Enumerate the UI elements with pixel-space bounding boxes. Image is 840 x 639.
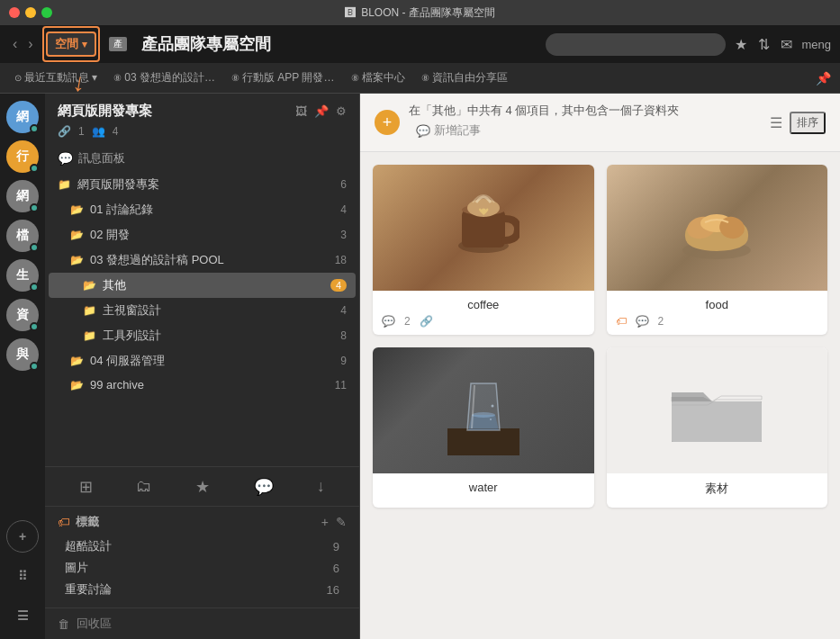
svg-point-11 <box>491 405 493 408</box>
add-workspace-button[interactable]: + <box>6 520 39 553</box>
active-dot <box>30 124 39 133</box>
tree-item-99[interactable]: 📂 99 archive 11 <box>49 374 356 396</box>
tree-item-other[interactable]: 📂 其他 4 <box>49 273 356 298</box>
tag-item-important[interactable]: 重要討論 16 <box>58 579 347 600</box>
sidebar-item-archive[interactable]: 檔 <box>6 220 39 252</box>
pin-panel-icon[interactable]: 📌 <box>314 104 329 118</box>
svg-rect-8 <box>447 428 519 455</box>
water-svg <box>447 365 519 455</box>
card-food[interactable]: food 🏷 💬 2 <box>607 165 828 335</box>
coffee-card-title: coffee <box>382 298 585 311</box>
message-board-label: 訊息面板 <box>78 150 125 166</box>
sidebar-item-web2[interactable]: 網 <box>6 180 39 212</box>
space-button-wrap: 空間 ▾ ↓ <box>46 32 96 57</box>
folder-plus-icon: 📂 <box>70 203 85 216</box>
water-card-footer: water <box>373 473 594 505</box>
app-icon: 🅱 <box>345 6 356 19</box>
tree-item-toolbar[interactable]: 📁 工具列設計 8 <box>49 323 356 348</box>
add-tag-button[interactable]: + <box>321 515 329 529</box>
tree-item-02[interactable]: 📂 02 開發 3 <box>49 222 356 248</box>
sidebar-item-resource[interactable]: 資 <box>6 299 39 331</box>
maximize-button[interactable] <box>41 7 52 18</box>
breadcrumb-item-info[interactable]: ⑧ 資訊自由分享區 <box>416 68 513 87</box>
close-button[interactable] <box>9 7 20 18</box>
star-toolbar-icon[interactable]: ★ <box>195 477 210 497</box>
titlebar-title: 🅱 BLOON - 產品團隊專屬空間 <box>345 5 495 21</box>
forward-button[interactable]: › <box>24 34 36 54</box>
content-grid: coffee 💬 2 🔗 <box>360 152 840 639</box>
breadcrumb-item-files[interactable]: ⑧ 檔案中心 <box>346 68 411 87</box>
trash-icon: 🗑 <box>58 617 69 631</box>
edit-tag-button[interactable]: ✎ <box>336 515 347 529</box>
panel: 網頁版開發專案 🖼 📌 ⚙ 🔗 1 👥 4 💬 訊息面板 📁 網頁版開發專案 <box>45 94 360 639</box>
message-board[interactable]: 💬 訊息面板 <box>45 145 359 172</box>
tree-item-root[interactable]: 📁 網頁版開發專案 6 <box>49 172 356 197</box>
sidebar-item-mobile[interactable]: 行 <box>6 140 39 173</box>
pin-icon[interactable]: 📌 <box>816 71 831 86</box>
panel-meta: 🔗 1 👥 4 <box>45 125 359 145</box>
breadcrumb-item-recent[interactable]: ⊙ 最近互動訊息 ▾ <box>9 68 103 87</box>
content-view-options: ☰ 排序 <box>770 112 826 134</box>
space-button[interactable]: 空間 ▾ <box>46 32 96 57</box>
list-view-icon[interactable]: ☰ <box>770 114 782 131</box>
food-card-footer: food 🏷 💬 2 <box>607 291 828 335</box>
food-image <box>607 165 828 291</box>
folder-view-icon[interactable]: 🗂 <box>136 477 152 496</box>
message-icon: 💬 <box>58 151 73 166</box>
minimize-button[interactable] <box>25 7 36 18</box>
header: ‹ › 空間 ▾ ↓ 產 產品團隊專屬空間 ★ ⇅ ✉ meng <box>0 25 840 63</box>
star-icon[interactable]: ★ <box>735 36 747 53</box>
tree-item-04[interactable]: 📂 04 伺服器管理 9 <box>49 348 356 374</box>
window-controls[interactable] <box>9 7 52 18</box>
folder-card-footer: 素材 <box>607 473 828 508</box>
download-icon[interactable]: ↓ <box>317 477 325 496</box>
sort-button[interactable]: 排序 <box>790 112 826 134</box>
panel-header: 網頁版開發專案 🖼 📌 ⚙ <box>45 94 359 125</box>
back-button[interactable]: ‹ <box>9 34 21 54</box>
breadcrumb-bar: ⊙ 最近互動訊息 ▾ ⑧ 03 發想過的設計… ⑧ 行動版 APP 開發… ⑧ … <box>0 63 840 94</box>
sort-icon[interactable]: ⇅ <box>758 36 770 53</box>
svg-rect-13 <box>672 401 762 442</box>
tree-item-03[interactable]: 📂 03 發想過的設計稿 POOL 18 <box>49 248 356 273</box>
comment-new-icon: 💬 <box>416 124 430 138</box>
coffee-comment-count: 2 <box>404 315 411 328</box>
list-icon[interactable]: ☰ <box>6 599 39 632</box>
breadcrumb-item-app[interactable]: ⑧ 行動版 APP 開發… <box>226 68 339 87</box>
grid-view-icon[interactable]: ⊞ <box>79 477 93 497</box>
food-svg <box>667 183 766 273</box>
folder-svg <box>663 365 771 455</box>
folder-card-title: 素材 <box>616 481 819 497</box>
user-avatar[interactable]: meng <box>801 38 831 51</box>
tree-item-01[interactable]: 📂 01 討論紀錄 4 <box>49 197 356 222</box>
tags-header: 🏷 標籤 + ✎ <box>58 514 347 530</box>
settings-icon[interactable]: ⚙ <box>336 104 347 118</box>
new-item-button[interactable]: 💬 新增記事 <box>409 119 761 142</box>
active-dot <box>30 203 39 212</box>
card-water[interactable]: water <box>373 347 594 508</box>
sidebar-icons: 網 行 網 檔 生 資 與 + ⠿ ☰ <box>0 94 45 639</box>
tree-item-main-window[interactable]: 📁 主視窗設計 4 <box>49 298 356 323</box>
folder-plus-icon: 📂 <box>70 355 85 367</box>
grid-icon[interactable]: ⠿ <box>6 560 39 592</box>
tag-item-image[interactable]: 圖片 6 <box>58 557 347 579</box>
panel-header-icons: 🖼 📌 ⚙ <box>295 104 347 118</box>
active-dot <box>30 362 39 371</box>
add-item-button[interactable]: + <box>375 110 400 135</box>
card-folder[interactable]: 素材 <box>607 347 828 508</box>
tags-section: 🏷 標籤 + ✎ 超酷設計 9 圖片 6 重要討論 16 <box>45 506 359 608</box>
breadcrumb-item-design[interactable]: ⑧ 03 發想過的設計… <box>108 68 221 87</box>
sidebar-item-web[interactable]: 網 <box>6 101 39 133</box>
search-input[interactable] <box>546 33 726 56</box>
recycle-bin[interactable]: 🗑 回收區 <box>45 608 359 639</box>
comment-toolbar-icon[interactable]: 💬 <box>254 477 274 497</box>
card-coffee[interactable]: coffee 💬 2 🔗 <box>373 165 594 335</box>
search-wrap <box>546 33 726 56</box>
folder-plus-icon: 📂 <box>70 229 85 241</box>
coffee-card-footer: coffee 💬 2 🔗 <box>373 291 594 335</box>
tag-item-cool-design[interactable]: 超酷設計 9 <box>58 536 347 557</box>
sidebar-item-share[interactable]: 與 <box>6 338 39 371</box>
sidebar-item-life[interactable]: 生 <box>6 259 39 292</box>
food-card-meta: 🏷 💬 2 <box>616 315 819 328</box>
mail-icon[interactable]: ✉ <box>781 36 792 53</box>
photo-icon[interactable]: 🖼 <box>295 104 307 118</box>
